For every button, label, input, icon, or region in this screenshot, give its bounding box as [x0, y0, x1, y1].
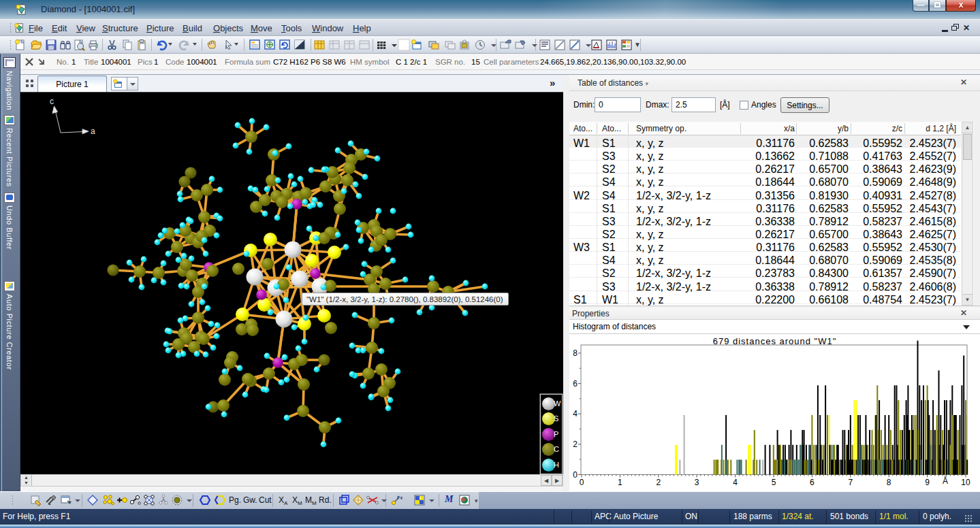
svg-text:5: 5 — [772, 478, 776, 487]
svg-text:c: c — [50, 97, 54, 106]
svg-text:1: 1 — [618, 478, 622, 487]
svg-text:6: 6 — [573, 379, 578, 389]
svg-text:8: 8 — [887, 478, 891, 487]
svg-text:4: 4 — [573, 409, 578, 418]
svg-text:0: 0 — [573, 470, 578, 480]
svg-text:2: 2 — [573, 440, 578, 449]
svg-text:2: 2 — [656, 478, 661, 487]
svg-text:a: a — [91, 127, 95, 136]
svg-text:3: 3 — [695, 478, 699, 487]
svg-text:0: 0 — [580, 478, 584, 487]
svg-text:Å: Å — [943, 476, 948, 486]
svg-text:6: 6 — [810, 478, 815, 487]
svg-text:9: 9 — [925, 478, 930, 487]
svg-text:4: 4 — [733, 478, 738, 487]
svg-text:7: 7 — [848, 478, 853, 487]
svg-text:10: 10 — [961, 478, 970, 487]
svg-text:8: 8 — [573, 348, 578, 358]
svg-text:Fe: Fe — [397, 495, 402, 501]
